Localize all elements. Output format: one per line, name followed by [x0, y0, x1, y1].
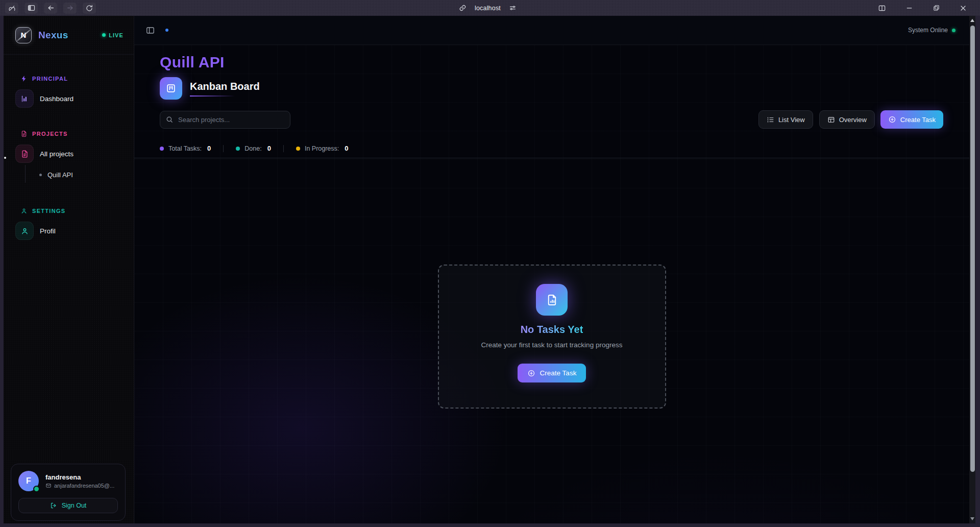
create-task-label: Create Task	[900, 116, 936, 124]
restore-icon[interactable]	[929, 3, 943, 14]
profile-icon	[15, 222, 34, 240]
stat-separator	[283, 145, 284, 152]
sidebar: N Nexus LIVE PRINCIPAL	[4, 16, 134, 523]
toggle-sidebar-icon[interactable]	[24, 3, 38, 14]
scroll-up-arrow-icon[interactable]	[970, 19, 974, 22]
user-meta: fandresena anjarafandresena05@...	[45, 473, 114, 489]
sidebar-nav: PRINCIPAL Dashboard PROJECTS	[4, 55, 134, 464]
mail-icon	[45, 483, 52, 489]
browser-titlebar: localhost	[0, 0, 980, 16]
stat-done-label: Done:	[244, 145, 261, 152]
window-controls	[875, 3, 975, 14]
system-status: System Online	[908, 27, 955, 34]
file-icon	[20, 130, 28, 137]
url-text[interactable]: localhost	[475, 5, 501, 12]
stat-total-label: Total Tasks:	[168, 145, 202, 152]
url-bar[interactable]: localhost	[459, 4, 517, 12]
project-tree: Quill API	[25, 165, 134, 183]
list-view-button[interactable]: List View	[758, 110, 813, 129]
section-settings: SETTINGS	[4, 207, 134, 214]
site-settings-icon[interactable]	[509, 4, 517, 12]
file-chart-icon	[536, 284, 568, 316]
stat-in-progress-label: In Progress:	[305, 145, 339, 152]
search-icon	[165, 115, 174, 124]
kanban-board-icon	[160, 77, 182, 100]
scrollbar-thumb[interactable]	[970, 26, 975, 472]
board-area: No Tasks Yet Create your first task to s…	[134, 158, 969, 523]
all-projects-label: All projects	[40, 150, 74, 158]
close-icon[interactable]	[957, 3, 970, 14]
board-title-block: Kanban Board	[190, 81, 260, 97]
overview-label: Overview	[839, 116, 867, 124]
user-email: anjarafandresena05@...	[54, 483, 114, 489]
forward-icon[interactable]	[63, 3, 77, 14]
in-progress-dot-icon	[296, 147, 300, 151]
user-email-row: anjarafandresena05@...	[45, 483, 114, 489]
collapse-sidebar-icon[interactable]	[145, 26, 155, 35]
board-title: Kanban Board	[190, 81, 260, 92]
connection-dot-icon	[165, 29, 168, 32]
user-icon	[20, 207, 28, 214]
bullet-icon	[39, 174, 42, 176]
split-view-icon[interactable]	[875, 3, 889, 14]
scroll-down-arrow-icon[interactable]	[970, 517, 974, 520]
search-box	[160, 111, 290, 129]
live-label: LIVE	[109, 32, 124, 38]
quill-api-label: Quill API	[47, 171, 73, 179]
create-task-button[interactable]: Create Task	[880, 110, 943, 129]
list-view-label: List View	[778, 116, 805, 124]
plus-circle-icon	[527, 369, 535, 377]
list-icon	[767, 116, 774, 124]
back-icon[interactable]	[44, 3, 57, 14]
layout-icon	[827, 116, 835, 124]
sign-out-label: Sign Out	[62, 502, 87, 509]
search-input[interactable]	[160, 111, 290, 129]
sidebar-item-profile[interactable]: Profil	[4, 222, 134, 240]
logo-initial: N	[21, 31, 27, 39]
avatar-initial: F	[26, 476, 31, 486]
stat-done-value: 0	[267, 145, 271, 152]
titlebar-left-controls	[5, 3, 96, 14]
empty-create-task-button[interactable]: Create Task	[518, 364, 586, 382]
sidebar-item-quill-api[interactable]: Quill API	[26, 169, 134, 181]
board-header: Quill API Kanban Board	[134, 45, 969, 158]
toolbar: List View Overview Create	[160, 110, 943, 129]
nexus-logo-icon: N	[15, 27, 32, 43]
browser-logo-icon[interactable]	[5, 3, 18, 14]
system-online-dot-icon	[952, 29, 955, 32]
link-icon	[459, 4, 467, 12]
sidebar-item-all-projects[interactable]: All projects	[4, 145, 134, 163]
main-panel: System Online Quill API Kanban Board	[134, 16, 969, 523]
done-dot-icon	[236, 147, 240, 151]
main-header: System Online	[134, 16, 969, 45]
avatar: F	[18, 471, 39, 491]
stat-in-progress: In Progress: 0	[296, 145, 349, 152]
section-projects: PROJECTS	[4, 130, 134, 137]
empty-state-subtitle: Create your first task to start tracking…	[481, 341, 623, 349]
overview-button[interactable]: Overview	[819, 110, 875, 129]
total-dot-icon	[160, 147, 164, 151]
plus-circle-icon	[888, 115, 896, 124]
sign-out-button[interactable]: Sign Out	[18, 498, 118, 513]
sidebar-item-dashboard[interactable]: Dashboard	[4, 89, 134, 108]
main-body: Quill API Kanban Board	[134, 45, 969, 523]
empty-state-title: No Tasks Yet	[521, 324, 583, 336]
section-principal: PRINCIPAL	[4, 75, 134, 82]
project-title: Quill API	[160, 54, 943, 71]
profile-label: Profil	[40, 227, 56, 235]
minimize-icon[interactable]	[902, 3, 916, 14]
bar-chart-icon	[15, 89, 34, 108]
stat-total-tasks: Total Tasks: 0	[160, 145, 211, 152]
user-name: fandresena	[45, 473, 114, 481]
stray-cursor-dot	[4, 157, 6, 159]
logout-icon	[50, 502, 57, 509]
section-projects-label: PROJECTS	[32, 131, 68, 137]
sidebar-brand: N Nexus LIVE	[4, 16, 134, 55]
page-scrollbar[interactable]	[969, 16, 975, 523]
stat-total-value: 0	[207, 145, 211, 152]
browser-window: localhost N	[0, 0, 980, 527]
reload-icon[interactable]	[83, 3, 96, 14]
live-badge: LIVE	[102, 32, 124, 38]
empty-cta-label: Create Task	[540, 369, 577, 377]
stats-bar: Total Tasks: 0 Done: 0 In Progress:	[160, 145, 943, 158]
